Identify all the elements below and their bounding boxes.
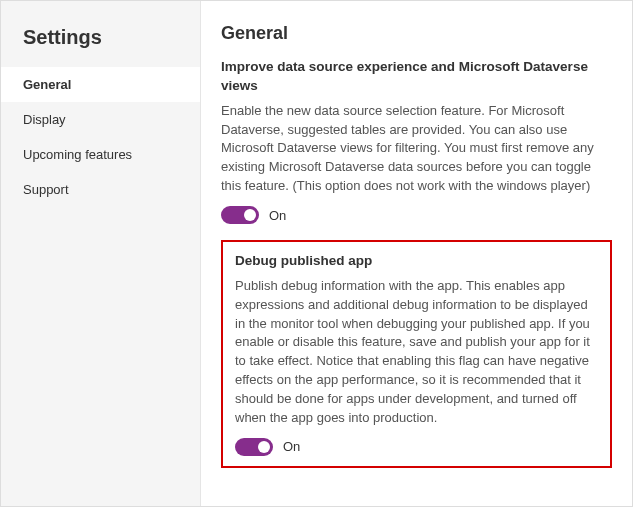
sidebar-item-general[interactable]: General xyxy=(1,67,200,102)
setting-improve-data-source: Improve data source experience and Micro… xyxy=(221,58,612,224)
setting-debug-published-app: Debug published app Publish debug inform… xyxy=(235,252,598,456)
sidebar-item-label: Support xyxy=(23,182,69,197)
toggle-improve-data-source[interactable] xyxy=(221,206,259,224)
sidebar: Settings General Display Upcoming featur… xyxy=(1,1,201,506)
toggle-knob-icon xyxy=(258,441,270,453)
toggle-state-label: On xyxy=(283,439,300,454)
sidebar-item-label: General xyxy=(23,77,71,92)
sidebar-title: Settings xyxy=(1,26,200,67)
setting-heading: Improve data source experience and Micro… xyxy=(221,58,612,96)
sidebar-item-label: Upcoming features xyxy=(23,147,132,162)
setting-description: Publish debug information with the app. … xyxy=(235,277,598,428)
setting-description: Enable the new data source selection fea… xyxy=(221,102,612,196)
toggle-row: On xyxy=(221,206,612,224)
toggle-state-label: On xyxy=(269,208,286,223)
settings-dialog: Settings General Display Upcoming featur… xyxy=(0,0,633,507)
highlight-box: Debug published app Publish debug inform… xyxy=(221,240,612,468)
page-title: General xyxy=(221,23,612,44)
sidebar-item-support[interactable]: Support xyxy=(1,172,200,207)
toggle-row: On xyxy=(235,438,598,456)
toggle-debug-published-app[interactable] xyxy=(235,438,273,456)
sidebar-item-upcoming-features[interactable]: Upcoming features xyxy=(1,137,200,172)
toggle-knob-icon xyxy=(244,209,256,221)
setting-heading: Debug published app xyxy=(235,252,598,271)
content-panel: General Improve data source experience a… xyxy=(201,1,632,506)
sidebar-item-label: Display xyxy=(23,112,66,127)
sidebar-item-display[interactable]: Display xyxy=(1,102,200,137)
